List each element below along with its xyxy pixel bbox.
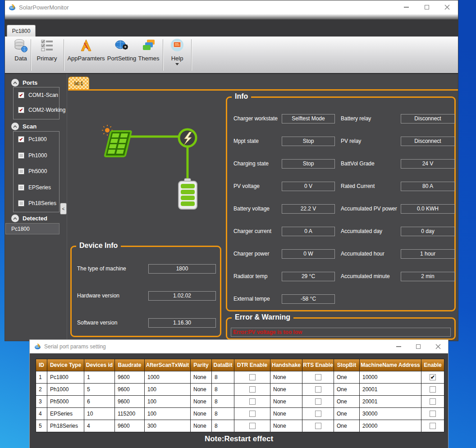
maximize-button[interactable] (416, 0, 437, 14)
checkbox-ph5000[interactable]: Ph5000 (18, 168, 47, 174)
cell-baudrate[interactable]: 9600 (115, 384, 145, 396)
toolbar-item-themes[interactable]: Themes (136, 38, 162, 71)
cell-dtr-enable[interactable] (234, 371, 270, 384)
cell-afterscantxwait[interactable]: 300 (145, 420, 191, 432)
doc-tab-id1[interactable]: Id:1 (68, 77, 89, 89)
cell-databit[interactable]: 8 (212, 420, 234, 432)
cell-baudrate[interactable]: 9600 (115, 420, 145, 432)
cell-handshake[interactable]: None (270, 408, 302, 420)
cell-id[interactable]: 3 (36, 396, 47, 408)
dtr-checkbox[interactable] (249, 386, 256, 393)
checkbox-icon[interactable] (18, 152, 24, 159)
cell-baudrate[interactable]: 9600 (115, 396, 145, 408)
cell-dtr-enable[interactable] (234, 420, 270, 432)
cell-device-type[interactable]: Ph18Series (47, 420, 84, 432)
cell-parity[interactable]: None (191, 420, 212, 432)
cell-databit[interactable]: 8 (212, 384, 234, 396)
cell-dtr-enable[interactable] (234, 384, 270, 396)
cell-dtr-enable[interactable] (234, 396, 270, 408)
enable-checkbox[interactable]: ✔ (430, 374, 436, 380)
cell-handshake[interactable]: None (270, 420, 302, 432)
cell-afterscantxwait[interactable]: 100 (145, 408, 191, 420)
cell-stopbit[interactable]: One (334, 384, 360, 396)
enable-checkbox[interactable] (430, 398, 436, 405)
checkbox-icon[interactable] (18, 184, 24, 191)
cell-parity[interactable]: None (191, 371, 212, 384)
cell-databit[interactable]: 8 (212, 408, 234, 420)
cell-databit[interactable]: 8 (212, 371, 234, 384)
toolbar-item-help[interactable]: Help (165, 38, 190, 71)
cell-enable[interactable] (421, 384, 444, 396)
cell-baudrate[interactable]: 9600 (115, 371, 145, 384)
cell-parity[interactable]: None (191, 384, 212, 396)
cell-machine-address[interactable]: 30000 (360, 408, 421, 420)
enable-checkbox[interactable] (430, 423, 436, 429)
cell-stopbit[interactable]: One (334, 371, 360, 384)
dtr-checkbox[interactable] (249, 398, 256, 405)
dtr-checkbox[interactable] (249, 374, 256, 380)
cell-devices-id[interactable]: 5 (84, 384, 115, 396)
cell-enable[interactable] (421, 408, 444, 420)
tab-pc1800[interactable]: Pc1800 (7, 25, 36, 37)
dialog-close-button[interactable] (428, 340, 448, 353)
rts-checkbox[interactable] (315, 374, 321, 380)
cell-machine-address[interactable]: 20001 (360, 384, 421, 396)
toolbar-item-data[interactable]: Data (9, 38, 33, 71)
checkbox-epseries[interactable]: EPSeries (18, 184, 51, 191)
cell-parity[interactable]: None (191, 408, 212, 420)
cell-devices-id[interactable]: 1 (84, 371, 115, 384)
sidebar-section-scan[interactable]: Scan (11, 123, 37, 130)
rts-checkbox[interactable] (315, 386, 321, 393)
checkbox-icon[interactable] (18, 200, 24, 206)
cell-afterscantxwait[interactable]: 1000 (145, 371, 191, 384)
dtr-checkbox[interactable] (249, 423, 256, 429)
checkbox-icon[interactable] (18, 168, 24, 174)
dtr-checkbox[interactable] (249, 411, 256, 417)
cell-devices-id[interactable]: 4 (84, 420, 115, 432)
cell-device-type[interactable]: Ph1000 (47, 384, 84, 396)
cell-databit[interactable]: 8 (212, 396, 234, 408)
detected-item-pc1800[interactable]: Pc1800 (5, 223, 60, 234)
cell-rts-enable[interactable] (302, 420, 334, 432)
cell-id[interactable]: 1 (36, 371, 47, 384)
enable-checkbox[interactable] (430, 411, 436, 417)
cell-stopbit[interactable]: One (334, 420, 360, 432)
cell-dtr-enable[interactable] (234, 408, 270, 420)
rts-checkbox[interactable] (315, 423, 321, 429)
checkbox-ph1000[interactable]: Ph1000 (18, 152, 47, 159)
sidebar-collapse-button[interactable]: < (60, 203, 67, 215)
cell-enable[interactable]: ✔ (421, 371, 444, 384)
rts-checkbox[interactable] (315, 411, 321, 417)
checkbox-icon[interactable]: ✔ (18, 107, 24, 113)
close-button[interactable] (437, 0, 457, 14)
dialog-maximize-button[interactable] (408, 340, 428, 353)
cell-machine-address[interactable]: 20000 (360, 420, 421, 432)
cell-id[interactable]: 2 (36, 384, 47, 396)
cell-handshake[interactable]: None (270, 384, 302, 396)
cell-handshake[interactable]: None (270, 396, 302, 408)
rts-checkbox[interactable] (315, 398, 321, 405)
cell-handshake[interactable]: None (270, 371, 302, 384)
checkbox-icon[interactable]: ✔ (18, 136, 24, 142)
toolbar-item-primary[interactable]: Primary (33, 38, 61, 71)
cell-afterscantxwait[interactable]: 100 (145, 384, 191, 396)
cell-device-type[interactable]: Ph5000 (47, 396, 84, 408)
cell-baudrate[interactable]: 115200 (115, 408, 145, 420)
cell-parity[interactable]: None (191, 396, 212, 408)
cell-machine-address[interactable]: 20001 (360, 396, 421, 408)
cell-rts-enable[interactable] (302, 384, 334, 396)
minimize-button[interactable] (396, 0, 416, 14)
checkbox-com2-working[interactable]: ✔ COM2-Working (18, 107, 65, 113)
cell-enable[interactable] (421, 420, 444, 432)
cell-id[interactable]: 5 (36, 420, 47, 432)
sidebar-section-detected[interactable]: Detected (11, 215, 47, 222)
checkbox-com1-scan[interactable]: ✔ COM1-Scan (18, 92, 58, 98)
cell-device-type[interactable]: EPSeries (47, 408, 84, 420)
checkbox-ph18series[interactable]: Ph18Series (18, 200, 56, 206)
dialog-minimize-button[interactable] (389, 340, 408, 353)
cell-enable[interactable] (421, 396, 444, 408)
cell-id[interactable]: 4 (36, 408, 47, 420)
enable-checkbox[interactable] (430, 386, 436, 393)
cell-stopbit[interactable]: One (334, 408, 360, 420)
cell-devices-id[interactable]: 10 (84, 408, 115, 420)
